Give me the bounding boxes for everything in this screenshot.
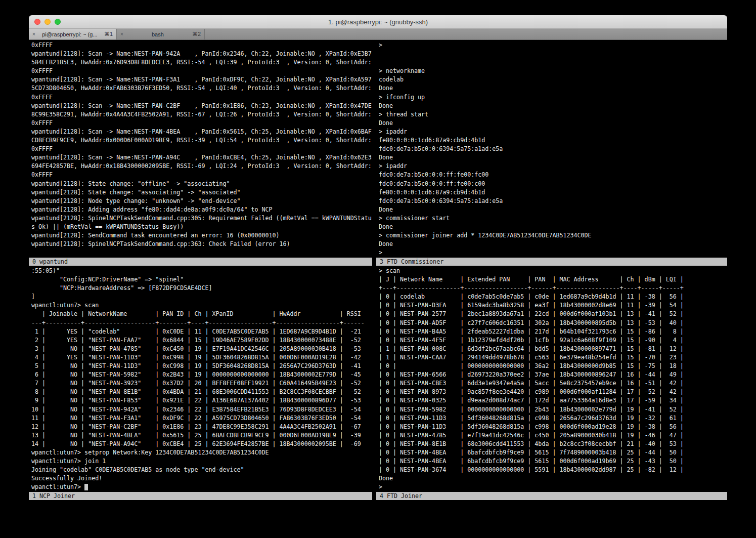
pane-row-bottom: :55:05)" "Config:NCP:DriverName" => "spi…: [29, 266, 727, 500]
zoom-window-button[interactable]: [55, 19, 61, 25]
minimize-window-button[interactable]: [45, 19, 51, 25]
tab-label: pi@raspberrypi: ~ (g...: [38, 31, 101, 37]
tab-bash[interactable]: × bash ⌘2: [117, 29, 205, 39]
traffic-lights: [34, 15, 61, 28]
tab-shortcut: ⌘1: [104, 31, 113, 37]
pane-ncp-joiner[interactable]: :55:05)" "Config:NCP:DriverName" => "spi…: [29, 266, 372, 500]
ncp-joiner-output: :55:05)" "Config:NCP:DriverName" => "spi…: [29, 266, 372, 483]
pane-row-top: 0xFFFF wpantund[2128]: Scan -> Name:NEST…: [29, 40, 727, 266]
tab-close-icon[interactable]: ×: [120, 31, 123, 37]
wpantund-log-output: 0xFFFF wpantund[2128]: Scan -> Name:NEST…: [29, 40, 372, 249]
tab-close-icon[interactable]: ×: [32, 31, 35, 37]
close-window-button[interactable]: [34, 19, 40, 25]
pane-status-wpantund: 0 wpantund: [29, 258, 372, 266]
pane-status-ftd-commissioner: 3 FTD Commissioner: [376, 258, 727, 266]
ncp-joiner-prompt: wpanctl:utun7>: [31, 483, 84, 490]
pane-ftd-commissioner[interactable]: > > networkname codelab Done > ifconfig …: [376, 40, 727, 266]
ftd-joiner-output: > scan | J | Network Name | Extended PAN…: [376, 266, 727, 491]
ncp-joiner-prompt-line: wpanctl:utun7>: [29, 483, 372, 491]
ftd-commissioner-output: > > networkname codelab Done > ifconfig …: [376, 40, 727, 257]
tab-bar: × pi@raspberrypi: ~ (g... ⌘1 × bash ⌘2: [29, 29, 727, 40]
pane-ftd-joiner[interactable]: > scan | J | Network Name | Extended PAN…: [376, 266, 727, 500]
screen-background: 1. pi@raspberrypi: ~ (gnubby-ssh) × pi@r…: [0, 0, 756, 538]
terminal-content: 0xFFFF wpantund[2128]: Scan -> Name:NEST…: [29, 40, 727, 538]
terminal-window: 1. pi@raspberrypi: ~ (gnubby-ssh) × pi@r…: [29, 15, 727, 538]
tab-shortcut: ⌘2: [192, 31, 201, 37]
window-titlebar[interactable]: 1. pi@raspberrypi: ~ (gnubby-ssh): [29, 15, 727, 29]
window-title: 1. pi@raspberrypi: ~ (gnubby-ssh): [328, 18, 428, 26]
pane-status-ncp-joiner: 1 NCP Joiner: [29, 492, 372, 500]
pane-wpantund[interactable]: 0xFFFF wpantund[2128]: Scan -> Name:NEST…: [29, 40, 372, 266]
tab-label: bash: [126, 31, 189, 37]
terminal-cursor: [84, 484, 88, 490]
pane-status-ftd-joiner: 4 FTD Joiner: [376, 492, 727, 500]
tab-ssh-session[interactable]: × pi@raspberrypi: ~ (g... ⌘1: [29, 29, 117, 39]
